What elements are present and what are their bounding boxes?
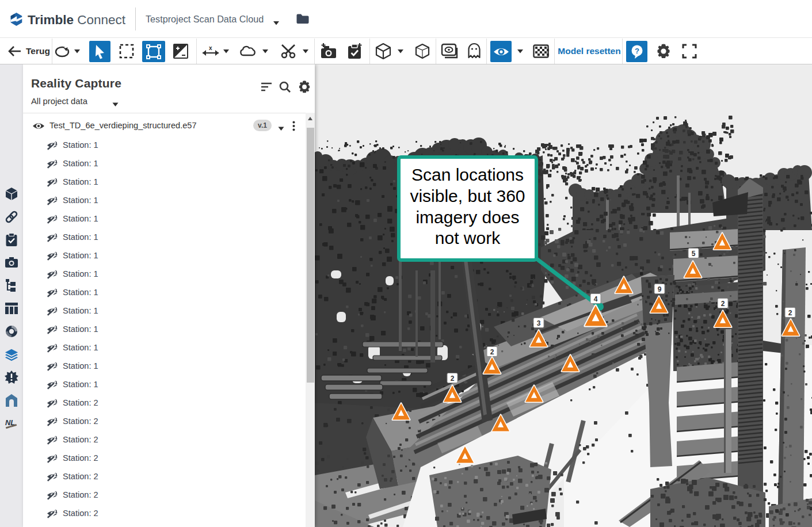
svg-text:2: 2 — [451, 375, 455, 383]
svg-text:2: 2 — [490, 348, 494, 356]
svg-text:?: ? — [635, 46, 639, 55]
svg-text:x: x — [209, 45, 212, 51]
svg-text:2: 2 — [721, 300, 725, 308]
svg-text:9: 9 — [658, 285, 662, 293]
svg-text:3: 3 — [537, 319, 541, 327]
svg-text:5: 5 — [692, 250, 696, 258]
svg-text:4: 4 — [594, 295, 598, 303]
svg-text:2: 2 — [788, 309, 792, 317]
